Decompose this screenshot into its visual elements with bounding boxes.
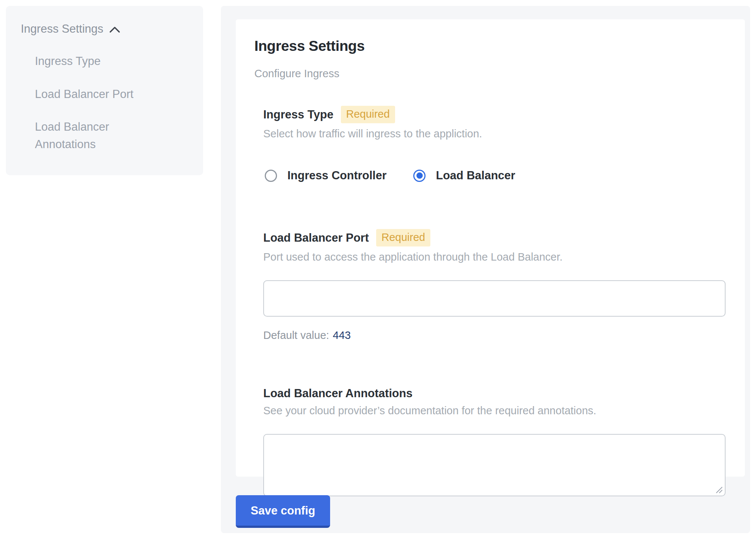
- load-balancer-port-input[interactable]: [263, 280, 726, 317]
- chevron-up-icon: [109, 26, 120, 33]
- default-value-label: Default value:: [263, 329, 329, 341]
- section-load-balancer-port: Load Balancer Port Required Port used to…: [263, 229, 726, 342]
- sidebar-item-ingress-type[interactable]: Ingress Type: [35, 53, 157, 70]
- config-nav-sidebar: Ingress Settings Ingress Type Load Balan…: [6, 6, 203, 175]
- load-balancer-annotations-textarea[interactable]: [263, 434, 726, 496]
- config-panel: Ingress Settings Configure Ingress Ingre…: [221, 6, 750, 533]
- page-title: Ingress Settings: [254, 38, 726, 54]
- sidebar-group-ingress-settings[interactable]: Ingress Settings: [21, 22, 189, 36]
- ingress-type-radio-group: Ingress Controller Load Balancer: [265, 169, 726, 182]
- ingress-type-description: Select how traffic will ingress to the a…: [263, 128, 726, 140]
- sidebar-group-label: Ingress Settings: [21, 22, 103, 36]
- ingress-type-title: Ingress Type: [263, 108, 333, 121]
- sidebar-item-list: Ingress Type Load Balancer Port Load Bal…: [35, 53, 157, 153]
- page-subtitle: Configure Ingress: [254, 68, 726, 80]
- default-value: 443: [333, 329, 351, 341]
- radio-option-ingress-controller[interactable]: Ingress Controller: [265, 169, 387, 182]
- save-config-button[interactable]: Save config: [236, 495, 330, 528]
- radio-label: Load Balancer: [436, 169, 515, 182]
- default-value-line: Default value:443: [263, 329, 726, 342]
- radio-option-load-balancer[interactable]: Load Balancer: [413, 169, 515, 182]
- textarea-resize-handle[interactable]: [714, 485, 723, 494]
- section-load-balancer-annotations: Load Balancer Annotations See your cloud…: [263, 387, 726, 496]
- load-balancer-port-title: Load Balancer Port: [263, 231, 369, 245]
- sidebar-item-load-balancer-port[interactable]: Load Balancer Port: [35, 86, 157, 103]
- load-balancer-annotations-description: See your cloud provider’s documentation …: [263, 405, 726, 417]
- radio-selected-icon: [413, 170, 426, 182]
- ingress-settings-card: Ingress Settings Configure Ingress Ingre…: [236, 19, 745, 477]
- required-badge: Required: [341, 106, 395, 123]
- section-ingress-type: Ingress Type Required Select how traffic…: [263, 106, 726, 182]
- load-balancer-annotations-title: Load Balancer Annotations: [263, 387, 413, 400]
- load-balancer-port-description: Port used to access the application thro…: [263, 251, 726, 263]
- sidebar-item-load-balancer-annotations[interactable]: Load Balancer Annotations: [35, 118, 157, 153]
- radio-label: Ingress Controller: [287, 169, 387, 182]
- required-badge: Required: [376, 229, 430, 246]
- radio-unselected-icon: [265, 170, 277, 182]
